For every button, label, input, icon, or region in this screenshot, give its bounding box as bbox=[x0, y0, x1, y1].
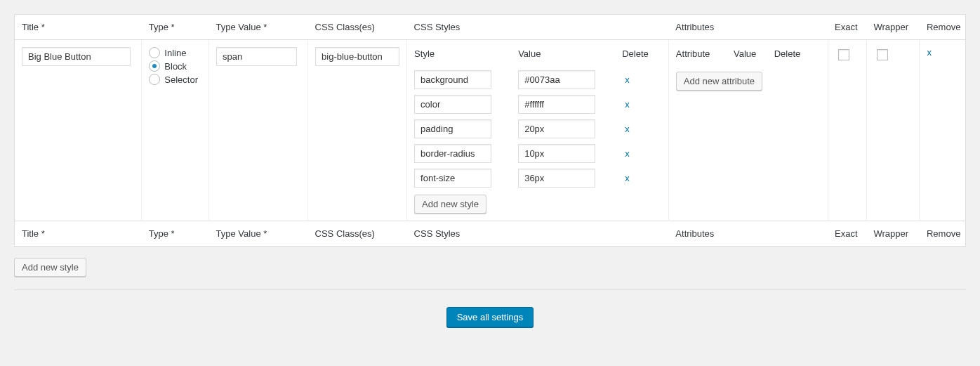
type-block-radio[interactable] bbox=[149, 60, 160, 72]
styles-header-style: Style bbox=[414, 47, 518, 67]
header-css-styles: CSS Styles bbox=[407, 15, 669, 40]
type-selector-label[interactable]: Selector bbox=[149, 74, 201, 85]
css-styles-inner-table: Style Value Delete x bbox=[414, 47, 661, 190]
attrs-header-attribute: Attribute bbox=[676, 47, 734, 67]
footer-attributes: Attributes bbox=[668, 221, 828, 247]
style-value-input[interactable] bbox=[518, 169, 595, 188]
style-row: Inline Block Selector bbox=[15, 40, 966, 221]
exact-checkbox[interactable] bbox=[838, 49, 849, 60]
footer-remove: Remove bbox=[920, 221, 966, 247]
style-subrow: x bbox=[414, 92, 661, 117]
footer-exact: Exact bbox=[828, 221, 866, 247]
footer-title: Title * bbox=[15, 221, 142, 247]
header-type-value: Type Value * bbox=[209, 15, 308, 40]
style-delete-button[interactable]: x bbox=[622, 72, 633, 88]
header-remove: Remove bbox=[920, 15, 966, 40]
type-radio-group: Inline Block Selector bbox=[149, 47, 201, 85]
attributes-inner-table: Attribute Value Delete bbox=[676, 47, 821, 67]
remove-row-button[interactable]: x bbox=[927, 47, 932, 58]
attrs-header-delete: Delete bbox=[774, 47, 821, 67]
header-title: Title * bbox=[15, 15, 142, 40]
style-delete-button[interactable]: x bbox=[622, 170, 633, 186]
header-type: Type * bbox=[142, 15, 209, 40]
style-value-input[interactable] bbox=[518, 95, 595, 114]
style-delete-button[interactable]: x bbox=[622, 145, 633, 162]
header-exact: Exact bbox=[828, 15, 866, 40]
styles-table: Title * Type * Type Value * CSS Class(es… bbox=[14, 14, 966, 247]
add-new-attribute-button[interactable]: Add new attribute bbox=[676, 72, 762, 91]
style-name-input[interactable] bbox=[414, 169, 491, 188]
style-value-input[interactable] bbox=[518, 70, 595, 89]
type-inline-label[interactable]: Inline bbox=[149, 47, 201, 58]
style-name-input[interactable] bbox=[414, 95, 491, 114]
footer-css-classes: CSS Class(es) bbox=[308, 221, 407, 247]
type-block-text: Block bbox=[164, 61, 187, 72]
title-input[interactable] bbox=[22, 47, 131, 66]
type-selector-radio[interactable] bbox=[149, 74, 160, 85]
style-subrow: x bbox=[414, 141, 661, 166]
type-selector-text: Selector bbox=[164, 74, 198, 85]
save-all-settings-button[interactable]: Save all settings bbox=[446, 307, 534, 327]
style-value-input[interactable] bbox=[518, 119, 595, 138]
style-subrow: x bbox=[414, 166, 661, 190]
add-new-style-button[interactable]: Add new style bbox=[14, 258, 86, 277]
css-class-input[interactable] bbox=[315, 47, 399, 66]
style-subrow: x bbox=[414, 117, 661, 141]
style-delete-button[interactable]: x bbox=[622, 96, 633, 112]
type-block-label[interactable]: Block bbox=[149, 60, 201, 72]
type-value-input[interactable] bbox=[216, 47, 297, 66]
footer-wrapper: Wrapper bbox=[866, 221, 920, 247]
header-attributes: Attributes bbox=[668, 15, 828, 40]
style-delete-button[interactable]: x bbox=[622, 121, 633, 137]
type-inline-text: Inline bbox=[164, 48, 186, 58]
separator bbox=[14, 289, 966, 290]
footer-type: Type * bbox=[142, 221, 209, 247]
footer-css-styles: CSS Styles bbox=[407, 221, 669, 247]
style-name-input[interactable] bbox=[414, 70, 491, 89]
add-new-style-inner-button[interactable]: Add new style bbox=[414, 195, 486, 214]
footer-type-value: Type Value * bbox=[209, 221, 308, 247]
type-inline-radio[interactable] bbox=[149, 47, 160, 58]
style-value-input[interactable] bbox=[518, 144, 595, 163]
styles-header-value: Value bbox=[518, 47, 622, 67]
wrapper-checkbox[interactable] bbox=[877, 49, 888, 60]
styles-header-delete: Delete bbox=[622, 47, 661, 67]
header-css-classes: CSS Class(es) bbox=[308, 15, 407, 40]
style-name-input[interactable] bbox=[414, 144, 491, 163]
style-subrow: x bbox=[414, 67, 661, 92]
attrs-header-value: Value bbox=[734, 47, 774, 67]
header-wrapper: Wrapper bbox=[866, 15, 920, 40]
style-name-input[interactable] bbox=[414, 119, 491, 138]
